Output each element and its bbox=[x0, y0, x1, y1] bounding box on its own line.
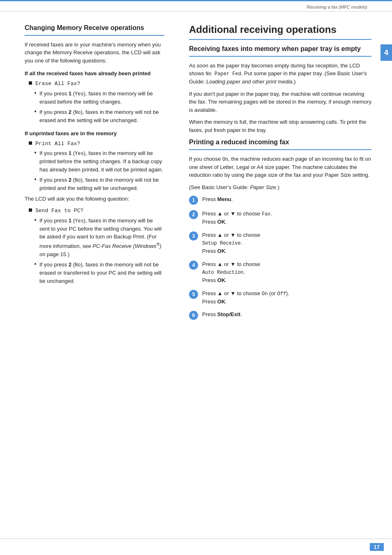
step-6: 6 Press Stop/Exit. bbox=[189, 310, 371, 320]
sub-bullet-1b-text: If you press 2 (No), faxes in the memory… bbox=[39, 108, 164, 125]
step-2-content: Press ▲ or ▼ to choose Fax.Press OK. bbox=[202, 210, 272, 226]
sub-bullets-2: If you press 1 (Yes), faxes in the memor… bbox=[35, 149, 164, 192]
bullet-square-1 bbox=[29, 81, 32, 85]
step-circle-6: 6 bbox=[189, 311, 198, 320]
bullet-print-text: Print All Fax? bbox=[35, 140, 80, 148]
left-column: Changing Memory Receive operations If re… bbox=[0, 24, 177, 325]
right-column: 4 Additional receiving operations Receiv… bbox=[177, 24, 392, 325]
sub-bullet-1b: If you press 2 (No), faxes in the memory… bbox=[35, 108, 164, 125]
dot-2b bbox=[35, 178, 36, 180]
sub-bullet-1a: If you press 1 (Yes), faxes in the memor… bbox=[35, 90, 164, 106]
sub-bullet-1a-text: If you press 1 (Yes), faxes in the memor… bbox=[39, 90, 164, 106]
step-3-mono: Setup Receive bbox=[202, 240, 241, 246]
sub-bullet-3b: If you press 2 (No), faxes in the memory… bbox=[35, 261, 164, 285]
bullet-erase: Erase All Fax? bbox=[29, 80, 164, 88]
sub-bullets-1: If you press 1 (Yes), faxes in the memor… bbox=[35, 90, 164, 125]
dot-2a bbox=[35, 152, 36, 153]
right-section-divider-1 bbox=[189, 39, 371, 40]
header-title: Receiving a fax (MFC models) bbox=[307, 5, 367, 9]
sub-bullets-3: If you press 1 (Yes), faxes in the memor… bbox=[35, 217, 164, 285]
bullet-square-2 bbox=[29, 141, 32, 145]
step-5-mono-off: Off bbox=[277, 291, 286, 297]
step-2: 2 Press ▲ or ▼ to choose Fax.Press OK. bbox=[189, 210, 371, 226]
bullet-erase-text: Erase All Fax? bbox=[35, 80, 80, 88]
content-area: Changing Memory Receive operations If re… bbox=[0, 12, 392, 337]
no-paper-fed-mono: No Paper Fed bbox=[205, 71, 241, 77]
guide-italic-1: Loading paper and other print media bbox=[206, 79, 293, 85]
bullet-send-text: Send Fax to PC? bbox=[35, 207, 83, 215]
subsection2-heading: If unprinted faxes are in the memory bbox=[25, 130, 164, 136]
right-section-divider-2 bbox=[189, 56, 371, 57]
sub-bullet-3a-text: If you press 1 (Yes), faxes in the memor… bbox=[39, 217, 164, 258]
chapter-tab: 4 bbox=[380, 44, 392, 61]
dot-3b bbox=[35, 263, 36, 265]
step-3: 3 Press ▲ or ▼ to chooseSetup Receive.Pr… bbox=[189, 231, 371, 255]
page-container: Receiving a fax (MFC models) Changing Me… bbox=[0, 0, 392, 555]
right-sub2-para2: (See Basic User's Guide: Paper Size.) bbox=[189, 183, 371, 192]
right-sub1-para2: If you don't put paper in the paper tray… bbox=[189, 90, 371, 114]
step-5: 5 Press ▲ or ▼ to choose On (or Off).Pre… bbox=[189, 289, 371, 306]
sub-bullet-2b-text: If you press 2 (No), faxes in the memory… bbox=[39, 176, 164, 192]
step-circle-1: 1 bbox=[189, 196, 198, 205]
dot-1a bbox=[35, 92, 36, 94]
step-circle-3: 3 bbox=[189, 231, 198, 240]
dot-3a bbox=[35, 219, 36, 221]
steps-container: 1 Press Menu. 2 Press ▲ or ▼ to choose F… bbox=[189, 195, 371, 320]
step-4-content: Press ▲ or ▼ to chooseAuto Reduction.Pre… bbox=[202, 260, 260, 284]
step-4-mono: Auto Reduction bbox=[202, 270, 244, 275]
left-section-heading: Changing Memory Receive operations bbox=[25, 24, 164, 32]
page-header: Receiving a fax (MFC models) bbox=[0, 1, 392, 12]
sub-bullet-2a-text: If you press 1 (Yes), faxes in the memor… bbox=[39, 149, 164, 173]
lcd-question: The LCD will ask you the following quest… bbox=[25, 195, 164, 203]
right-sub1-heading: Receiving faxes into memory when paper t… bbox=[189, 45, 371, 53]
right-sub2-para1: If you choose On, the machine reduces ea… bbox=[189, 155, 371, 179]
step-1-content: Press Menu. bbox=[202, 195, 233, 204]
bullet-square-3 bbox=[29, 208, 32, 212]
paper-size-italic: Paper Size bbox=[250, 184, 276, 190]
step-circle-2: 2 bbox=[189, 210, 198, 219]
right-section-divider-3 bbox=[189, 149, 371, 150]
dot-1b bbox=[35, 111, 36, 112]
right-section-heading: Additional receiving operations bbox=[189, 24, 371, 36]
sub-bullet-2a: If you press 1 (Yes), faxes in the memor… bbox=[35, 149, 164, 173]
step-6-content: Press Stop/Exit. bbox=[202, 310, 242, 319]
sub-bullet-2b: If you press 2 (No), faxes in the memory… bbox=[35, 176, 164, 192]
left-intro: If received faxes are in your machine's … bbox=[25, 41, 164, 65]
sub-bullet-3a: If you press 1 (Yes), faxes in the memor… bbox=[35, 217, 164, 258]
subsection1-heading: If all the received faxes have already b… bbox=[25, 70, 164, 76]
sub-bullet-3b-text: If you press 2 (No), faxes in the memory… bbox=[39, 261, 164, 285]
page-number: 17 bbox=[370, 543, 384, 551]
step-circle-4: 4 bbox=[189, 261, 198, 270]
left-section-divider bbox=[25, 35, 164, 36]
bullet-print: Print All Fax? bbox=[29, 140, 164, 148]
step-4: 4 Press ▲ or ▼ to chooseAuto Reduction.P… bbox=[189, 260, 371, 284]
step-5-content: Press ▲ or ▼ to choose On (or Off).Press… bbox=[202, 289, 289, 306]
step-3-content: Press ▲ or ▼ to chooseSetup Receive.Pres… bbox=[202, 231, 260, 255]
step-circle-5: 5 bbox=[189, 290, 198, 299]
step-2-mono: Fax bbox=[262, 211, 271, 217]
right-sub1-para3: When the memory is full, the machine wil… bbox=[189, 118, 371, 134]
page-footer: 17 bbox=[0, 539, 392, 555]
bullet-send: Send Fax to PC? bbox=[29, 207, 164, 215]
step-5-mono-on: On bbox=[262, 291, 267, 297]
on-mono: On bbox=[222, 157, 228, 162]
right-sub1-para1: As soon as the paper tray becomes empty … bbox=[189, 62, 371, 86]
right-sub2-heading: Printing a reduced incoming fax bbox=[189, 138, 371, 147]
step-1: 1 Press Menu. bbox=[189, 195, 371, 205]
